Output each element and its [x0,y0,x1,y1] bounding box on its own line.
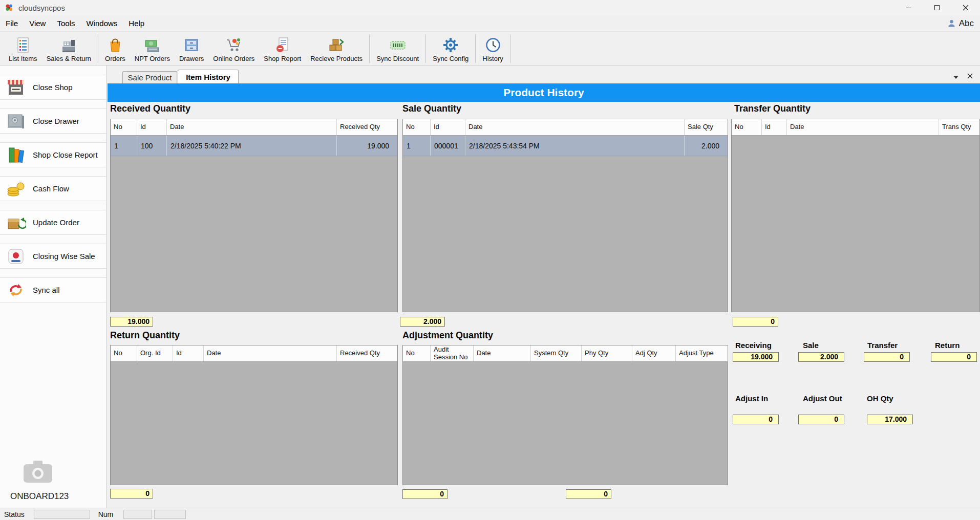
column-header-received-qty[interactable]: Received Qty [337,119,397,135]
sidebar-item-shop-close-report[interactable]: Shop Close Report [0,142,106,167]
toolbar-sales-return[interactable]: Sales & Return [42,34,96,63]
column-header-no[interactable]: No [111,345,137,361]
maximize-icon [934,5,940,10]
column-header-no[interactable]: No [403,119,431,135]
transfer-value-field[interactable]: 0 [864,352,910,362]
column-header-date[interactable]: Date [167,119,337,135]
column-header-no[interactable]: No [403,345,431,361]
npt-orders-icon [143,36,161,54]
toolbar-history[interactable]: History [478,34,507,63]
cell-id: 100 [137,136,167,156]
adjust-in-value-field[interactable]: 0 [733,415,779,424]
sync-discount-icon [389,36,407,54]
sidebar-item-update-order[interactable]: Update Order [0,210,106,235]
minimize-button[interactable] [894,0,923,15]
column-header-date[interactable]: Date [787,119,939,135]
column-header-system-qty[interactable]: System Qty [531,345,582,361]
column-header-received-qty[interactable]: Received Qty [337,345,397,361]
received-row-1[interactable]: 1 100 2/18/2025 5:40:22 PM 19.000 [111,136,397,156]
column-header-id[interactable]: Id [173,345,204,361]
column-header-id[interactable]: Id [762,119,787,135]
sidebar-item-sync-all[interactable]: Sync all [0,277,106,302]
tab-sale-product[interactable]: Sale Product [122,71,177,83]
toolbar-separator [369,34,370,63]
sidebar-item-cash-flow[interactable]: Cash Flow [0,176,106,201]
sidebar-item-close-drawer[interactable]: Close Drawer [0,109,106,134]
menu-view[interactable]: View [24,15,51,31]
column-header-date[interactable]: Date [465,119,685,135]
column-header-phy-qty[interactable]: Phy Qty [582,345,632,361]
toolbar-orders[interactable]: Orders [100,34,130,63]
menu-windows[interactable]: Windows [80,15,123,31]
toolbar-drawers[interactable]: Drawers [175,34,208,63]
column-header-sale-qty[interactable]: Sale Qty [685,119,728,135]
adjustment-type-total-field[interactable]: 0 [566,489,611,499]
user-area[interactable]: Abc [947,18,980,29]
toolbar-online-orders[interactable]: Online Orders [208,34,259,63]
toolbar-label: Sync Config [433,55,468,62]
sale-row-1[interactable]: 1 000001 2/18/2025 5:43:54 PM 2.000 [403,136,728,156]
adjustment-total-field[interactable]: 0 [402,489,448,499]
column-header-org-id[interactable]: Org. Id [137,345,173,361]
sale-value-field[interactable]: 2.000 [798,352,844,362]
column-header-no[interactable]: No [111,119,137,135]
toolbar-separator [98,34,98,63]
statusbar: Status Num [0,508,980,520]
toolbar-sync-config[interactable]: Sync Config [428,34,473,63]
cell-date: 2/18/2025 5:43:54 PM [465,136,685,156]
toolbar-separator [475,34,476,63]
grid-body [403,362,728,485]
toolbar-sync-discount[interactable]: Sync Discount [372,34,423,63]
received-total-field[interactable]: 19.000 [110,317,153,327]
oh-qty-value-field[interactable]: 17.000 [867,415,913,424]
return-total-field[interactable]: 0 [110,489,153,499]
oh-qty-label: OH Qty [867,394,893,403]
column-header-adj-qty[interactable]: Adj Qty [632,345,676,361]
column-header-date[interactable]: Date [474,345,531,361]
toolbar-recieve-products[interactable]: Recieve Products [306,34,367,63]
user-name: Abc [959,18,974,29]
cell-no: 1 [403,136,431,156]
column-header-id[interactable]: Id [137,119,167,135]
toolbar-list-items[interactable]: List Items [4,34,42,63]
adjust-out-value-field[interactable]: 0 [798,415,844,424]
sync-config-icon [442,36,459,54]
camera-placeholder-icon [22,457,54,488]
sale-quantity-title: Sale Quantity [402,103,461,114]
list-items-icon [14,36,32,54]
recieve-products-icon [328,36,345,54]
sale-total-field[interactable]: 2.000 [400,317,445,327]
transfer-total-field[interactable]: 0 [733,317,778,327]
tab-dropdown-icon[interactable] [953,76,958,79]
transfer-quantity-title: Transfer Quantity [734,103,811,114]
menubar: File View Tools Windows Help Abc [0,15,980,31]
sidebar-item-label: Sync all [33,286,60,294]
return-value-field[interactable]: 0 [931,352,977,362]
tab-item-history[interactable]: Item History [178,70,239,83]
receiving-value-field[interactable]: 19.000 [733,352,779,362]
grid-header: No Id Date Received Qty [111,119,397,136]
column-header-date[interactable]: Date [204,345,337,361]
orders-icon [106,36,124,54]
window-controls [894,0,980,15]
tab-close-icon[interactable] [967,73,973,79]
maximize-button[interactable] [923,0,951,15]
sync-all-icon [6,280,26,300]
column-header-adjust-type[interactable]: Adjust Type [676,345,728,361]
toolbar-label: Online Orders [213,55,254,62]
received-quantity-grid: No Id Date Received Qty 1 100 2/18/2025 … [110,119,398,312]
toolbar-npt-orders[interactable]: NPT Orders [130,34,175,63]
toolbar-shop-report[interactable]: Shop Report [259,34,306,63]
close-window-button[interactable] [951,0,980,15]
return-quantity-grid: No Org. Id Id Date Received Qty [110,345,398,485]
menu-tools[interactable]: Tools [51,15,80,31]
sidebar-item-closing-wise-sale[interactable]: Closing Wise Sale [0,244,106,269]
column-header-no[interactable]: No [732,119,762,135]
column-header-audit-session-no[interactable]: Audit Session No [431,345,474,361]
column-header-id[interactable]: Id [431,119,465,135]
grid-header: No Org. Id Id Date Received Qty [111,345,397,362]
menu-file[interactable]: File [0,15,24,31]
menu-help[interactable]: Help [123,15,150,31]
column-header-trans-qty[interactable]: Trans Qty [939,119,979,135]
sidebar-item-close-shop[interactable]: Close Shop [0,75,106,100]
